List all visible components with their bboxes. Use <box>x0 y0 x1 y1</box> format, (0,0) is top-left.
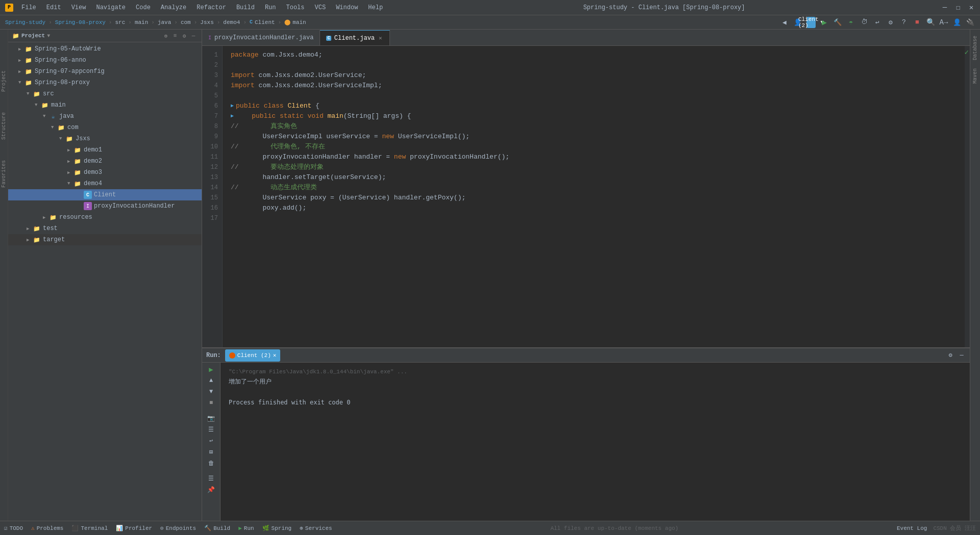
back-icon[interactable]: ◀ <box>780 18 789 27</box>
plugins-icon[interactable]: 🔌 <box>966 18 975 27</box>
tree-item-client[interactable]: C Client <box>8 189 202 200</box>
event-log-label[interactable]: Event Log <box>897 525 927 531</box>
run-clear-btn[interactable]: 📷 <box>207 414 216 423</box>
translate-icon[interactable]: A→ <box>939 18 948 27</box>
run-arrow-6[interactable]: ▶ <box>231 101 234 111</box>
breadcrumb-main[interactable]: main <box>135 19 148 26</box>
run-trash-btn[interactable]: 🗑 <box>207 458 216 468</box>
coverage-button[interactable]: ☂ <box>846 18 855 27</box>
tree-label-client: Client <box>94 191 116 198</box>
tree-item-demo2[interactable]: ▶ 📁 demo2 <box>8 156 202 167</box>
breadcrumb-main-method[interactable]: main <box>292 19 306 26</box>
breadcrumb-client[interactable]: Client <box>255 19 275 26</box>
status-services[interactable]: ⊕ Services <box>300 525 332 531</box>
menu-window[interactable]: Window <box>332 3 362 12</box>
run-scroll-up-btn[interactable]: ▲ <box>207 376 216 385</box>
tree-item-src[interactable]: ▼ 📁 src <box>8 88 202 99</box>
tree-item-jsxs[interactable]: ▼ 📁 Jsxs <box>8 133 202 144</box>
menu-vcs[interactable]: VCS <box>311 3 330 12</box>
status-run[interactable]: ▶ Run <box>238 525 254 531</box>
project-settings-icon[interactable]: ⚙ <box>180 32 188 40</box>
run-sort-btn[interactable]: ☰ <box>207 425 216 434</box>
help-icon[interactable]: ? <box>899 18 909 27</box>
breadcrumb-demo4[interactable]: demo4 <box>223 19 240 26</box>
locate-file-icon[interactable]: ⊕ <box>162 32 170 40</box>
status-profiler[interactable]: 📊 Profiler <box>116 525 152 531</box>
run-panel-minimize-icon[interactable]: — <box>958 351 966 360</box>
structure-panel-label[interactable]: Structure <box>1 112 7 140</box>
menu-build[interactable]: Build <box>232 3 259 12</box>
tree-item-demo1[interactable]: ▶ 📁 demo1 <box>8 144 202 156</box>
breadcrumb-spring-study[interactable]: Spring-study <box>5 19 45 26</box>
project-dropdown-arrow[interactable]: ▼ <box>47 33 50 39</box>
status-spring[interactable]: 🌿 Spring <box>262 525 292 531</box>
database-panel-label[interactable]: Database <box>971 32 979 64</box>
project-panel-label[interactable]: Project <box>1 70 7 92</box>
menu-file[interactable]: File <box>17 3 40 12</box>
run-filter-btn[interactable]: ☰ <box>207 474 216 483</box>
tree-item-resources[interactable]: ▶ 📁 resources <box>8 212 202 223</box>
run-settings-icon[interactable]: ⚙ <box>946 351 954 360</box>
menu-view[interactable]: View <box>67 3 90 12</box>
status-todo[interactable]: ☑ TODO <box>4 525 23 531</box>
menu-edit[interactable]: Edit <box>42 3 65 12</box>
tree-item-spring06[interactable]: ▶ 📁 Spring-06-anno <box>8 55 202 66</box>
tree-item-test[interactable]: ▶ 📁 test <box>8 223 202 234</box>
run-fold-btn[interactable]: ⊞ <box>207 447 216 456</box>
tree-item-java[interactable]: ▼ ☕ java <box>8 111 202 122</box>
breadcrumb-jsxs[interactable]: Jsxs <box>200 19 213 26</box>
search-icon[interactable]: 🔍 <box>926 18 935 27</box>
stop-button[interactable]: ■ <box>913 18 922 27</box>
status-build[interactable]: 🔨 Build <box>204 525 230 531</box>
menu-navigate[interactable]: Navigate <box>92 3 130 12</box>
tree-item-spring07[interactable]: ▶ 📁 Spring-07-appconfig <box>8 66 202 77</box>
tree-item-proxy[interactable]: I proxyInvocationHandler <box>8 200 202 212</box>
maven-panel-label[interactable]: Maven <box>971 64 979 88</box>
menu-help[interactable]: Help <box>364 3 387 12</box>
status-problems[interactable]: ⚠ Problems <box>31 525 63 531</box>
close-project-panel-icon[interactable]: — <box>189 32 198 40</box>
tab-client-close[interactable]: ✕ <box>378 35 383 41</box>
run-client-tab[interactable]: Client (2) ✕ <box>225 349 281 362</box>
tree-item-spring05[interactable]: ▶ 📁 Spring-05-AutoWrie <box>8 43 202 55</box>
collapse-all-icon[interactable]: ≡ <box>171 32 179 40</box>
tree-item-spring08[interactable]: ▼ 📁 Spring-08-proxy <box>8 77 202 88</box>
tree-item-demo3[interactable]: ▶ 📁 demo3 <box>8 167 202 178</box>
menu-analyze[interactable]: Analyze <box>157 3 190 12</box>
profiler-button[interactable]: ⏱ <box>860 18 869 27</box>
status-endpoints[interactable]: ⊙ Endpoints <box>160 525 196 531</box>
user-icon[interactable]: 👤 <box>952 18 962 27</box>
breadcrumb-java[interactable]: java <box>158 19 171 26</box>
build-button[interactable]: 🔨 <box>833 18 842 27</box>
breadcrumb-com[interactable]: com <box>181 19 191 26</box>
tab-client[interactable]: C Client.java ✕ <box>320 30 389 45</box>
tab-proxy-handler[interactable]: I proxyInvocationHandler.java <box>202 30 320 45</box>
run-scroll-down-btn[interactable]: ▼ <box>207 387 216 396</box>
tree-item-com[interactable]: ▼ 📁 com <box>8 122 202 133</box>
vcs-update-button[interactable]: ↩ <box>873 18 882 27</box>
minimize-button[interactable]: ─ <box>941 4 948 11</box>
run-wrap-btn[interactable]: ↩ <box>207 436 216 445</box>
status-terminal[interactable]: ⬛ Terminal <box>71 525 108 531</box>
menu-code[interactable]: Code <box>132 3 155 12</box>
run-stop-btn[interactable]: ■ <box>207 398 216 407</box>
run-restart-btn[interactable]: ▶ <box>207 365 216 374</box>
breadcrumb-spring08[interactable]: Spring-08-proxy <box>55 19 106 26</box>
run-pin-btn[interactable]: 📌 <box>207 485 216 494</box>
settings-icon[interactable]: ⚙ <box>886 18 895 27</box>
tree-item-main[interactable]: ▼ 📁 main <box>8 99 202 111</box>
tree-item-target[interactable]: ▶ 📁 target <box>8 234 202 245</box>
code-content[interactable]: package com.Jsxs.demo4; import com.Jsxs.… <box>223 46 965 347</box>
favorites-panel-label[interactable]: Favorites <box>1 160 7 188</box>
run-arrow-7[interactable]: ▶ <box>231 111 234 121</box>
menu-tools[interactable]: Tools <box>282 3 309 12</box>
tree-item-demo4[interactable]: ▼ 📁 demo4 <box>8 178 202 189</box>
run-config-dropdown[interactable]: Client (2) ▼ <box>806 17 816 28</box>
menu-refactor[interactable]: Refactor <box>192 3 230 12</box>
breadcrumb-src[interactable]: src <box>115 19 125 26</box>
run-button[interactable]: ▶ <box>820 18 829 27</box>
run-tab-close[interactable]: ✕ <box>273 352 277 359</box>
maximize-button[interactable]: ☐ <box>954 4 962 11</box>
menu-run[interactable]: Run <box>261 3 280 12</box>
close-button[interactable]: ✕ <box>968 4 975 11</box>
